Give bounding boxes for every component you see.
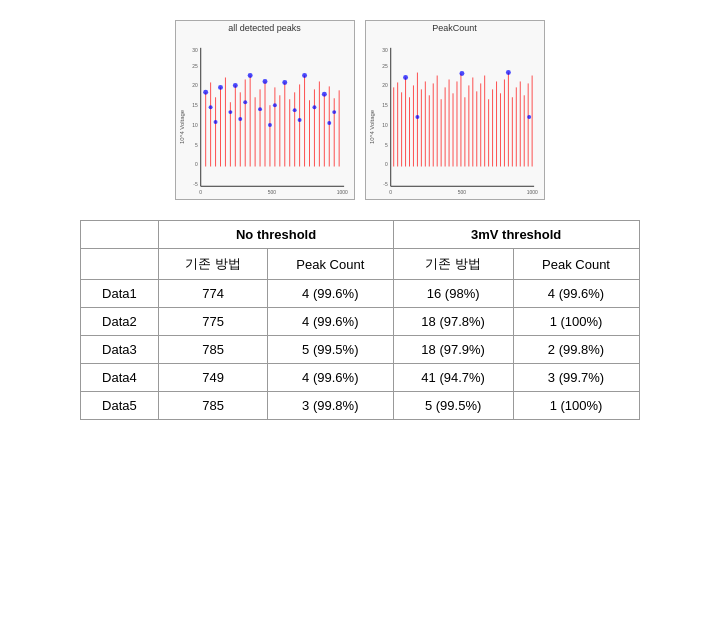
svg-point-53 xyxy=(243,100,247,104)
svg-text:0: 0 xyxy=(199,190,202,195)
svg-text:0: 0 xyxy=(385,163,388,168)
svg-text:5: 5 xyxy=(385,143,388,148)
table-body: Data17744 (99.6%)16 (98%)4 (99.6%)Data27… xyxy=(80,280,639,420)
sub-header-empty xyxy=(80,249,159,280)
chart-all-peaks: all detected peaks 10^4 Voltage Time -5 … xyxy=(175,20,355,200)
svg-text:10: 10 xyxy=(382,123,388,128)
svg-point-51 xyxy=(208,105,212,109)
row-label: Data3 xyxy=(80,336,159,364)
header-empty xyxy=(80,221,159,249)
row-value: 775 xyxy=(159,308,267,336)
table-row: Data27754 (99.6%)18 (97.8%)1 (100%) xyxy=(80,308,639,336)
svg-text:500: 500 xyxy=(267,190,275,195)
svg-text:0: 0 xyxy=(195,163,198,168)
svg-point-50 xyxy=(321,92,326,97)
row-value: 1 (100%) xyxy=(513,308,639,336)
row-value: 41 (94.7%) xyxy=(393,364,513,392)
svg-text:10: 10 xyxy=(192,123,198,128)
row-label: Data2 xyxy=(80,308,159,336)
table-row: Data57853 (99.8%)5 (99.5%)1 (100%) xyxy=(80,392,639,420)
svg-text:25: 25 xyxy=(382,64,388,69)
svg-text:10^4 Voltage: 10^4 Voltage xyxy=(178,109,184,144)
svg-point-59 xyxy=(213,120,217,124)
table-row: Data17744 (99.6%)16 (98%)4 (99.6%) xyxy=(80,280,639,308)
sub-header-no-threshold-method: 기존 방법 xyxy=(159,249,267,280)
svg-point-48 xyxy=(282,80,287,85)
svg-point-44 xyxy=(218,85,223,90)
table-sub-header-row: 기존 방법 Peak Count 기존 방법 Peak Count xyxy=(80,249,639,280)
row-value: 5 (99.5%) xyxy=(393,392,513,420)
row-value: 16 (98%) xyxy=(393,280,513,308)
row-value: 4 (99.6%) xyxy=(513,280,639,308)
header-no-threshold: No threshold xyxy=(159,221,393,249)
svg-text:-5: -5 xyxy=(193,182,198,187)
data-table-container: No threshold 3mV threshold 기존 방법 Peak Co… xyxy=(80,220,640,420)
svg-point-116 xyxy=(459,71,464,76)
row-value: 5 (99.5%) xyxy=(267,336,393,364)
svg-text:15: 15 xyxy=(192,103,198,108)
data-table: No threshold 3mV threshold 기존 방법 Peak Co… xyxy=(80,220,640,420)
svg-point-62 xyxy=(297,118,301,122)
svg-point-63 xyxy=(327,121,331,125)
table-row: Data47494 (99.6%)41 (94.7%)3 (99.7%) xyxy=(80,364,639,392)
svg-point-54 xyxy=(258,107,262,111)
svg-text:20: 20 xyxy=(192,83,198,88)
svg-text:15: 15 xyxy=(382,103,388,108)
table-header-group-row: No threshold 3mV threshold xyxy=(80,221,639,249)
svg-text:Time: Time xyxy=(458,199,472,200)
chart-all-peaks-title: all detected peaks xyxy=(176,23,354,33)
row-value: 4 (99.6%) xyxy=(267,280,393,308)
svg-text:5: 5 xyxy=(195,143,198,148)
svg-text:30: 30 xyxy=(192,48,198,53)
chart-peak-count: PeakCount 10^4 Voltage Time -5 0 5 10 15… xyxy=(365,20,545,200)
svg-point-43 xyxy=(203,90,208,95)
svg-text:0: 0 xyxy=(389,190,392,195)
row-value: 749 xyxy=(159,364,267,392)
row-value: 4 (99.6%) xyxy=(267,308,393,336)
row-value: 18 (97.8%) xyxy=(393,308,513,336)
row-value: 2 (99.8%) xyxy=(513,336,639,364)
svg-text:Time: Time xyxy=(268,199,282,200)
row-label: Data5 xyxy=(80,392,159,420)
sub-header-3mv-method: 기존 방법 xyxy=(393,249,513,280)
table-row: Data37855 (99.5%)18 (97.9%)2 (99.8%) xyxy=(80,336,639,364)
svg-point-55 xyxy=(272,103,276,107)
svg-point-118 xyxy=(527,115,531,119)
svg-text:30: 30 xyxy=(382,48,388,53)
svg-point-115 xyxy=(403,75,408,80)
svg-point-57 xyxy=(312,105,316,109)
svg-text:1000: 1000 xyxy=(526,190,537,195)
svg-text:10^4 Voltage: 10^4 Voltage xyxy=(368,109,374,144)
row-value: 785 xyxy=(159,392,267,420)
svg-point-52 xyxy=(228,110,232,114)
chart-peak-count-title: PeakCount xyxy=(366,23,544,33)
svg-point-58 xyxy=(332,110,336,114)
chart-peak-count-svg: 10^4 Voltage Time -5 0 5 10 15 20 25 30 … xyxy=(366,33,544,200)
svg-text:500: 500 xyxy=(457,190,465,195)
svg-point-61 xyxy=(267,123,271,127)
chart-all-peaks-svg: 10^4 Voltage Time -5 0 5 10 15 20 25 30 … xyxy=(176,33,354,200)
svg-point-56 xyxy=(292,108,296,112)
header-3mv-threshold: 3mV threshold xyxy=(393,221,639,249)
svg-text:-5: -5 xyxy=(383,182,388,187)
svg-text:20: 20 xyxy=(382,83,388,88)
row-value: 1 (100%) xyxy=(513,392,639,420)
svg-point-60 xyxy=(238,117,242,121)
svg-point-47 xyxy=(262,79,267,84)
row-value: 18 (97.9%) xyxy=(393,336,513,364)
svg-point-46 xyxy=(247,73,252,78)
row-value: 774 xyxy=(159,280,267,308)
svg-point-119 xyxy=(415,115,419,119)
row-value: 3 (99.7%) xyxy=(513,364,639,392)
sub-header-3mv-peak: Peak Count xyxy=(513,249,639,280)
row-label: Data1 xyxy=(80,280,159,308)
row-value: 785 xyxy=(159,336,267,364)
svg-point-49 xyxy=(302,73,307,78)
row-value: 3 (99.8%) xyxy=(267,392,393,420)
svg-point-45 xyxy=(232,83,237,88)
row-label: Data4 xyxy=(80,364,159,392)
charts-container: all detected peaks 10^4 Voltage Time -5 … xyxy=(175,20,545,200)
row-value: 4 (99.6%) xyxy=(267,364,393,392)
svg-text:1000: 1000 xyxy=(336,190,347,195)
svg-text:25: 25 xyxy=(192,64,198,69)
